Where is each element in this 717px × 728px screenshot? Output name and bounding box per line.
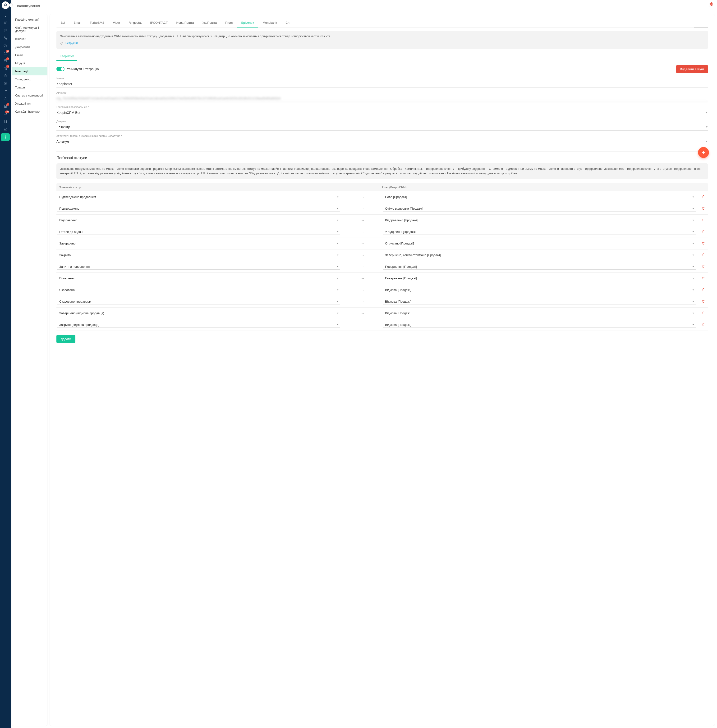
internal-stage-select[interactable]: Отримано [Продажі]▼ [383,241,696,246]
rail-folder-icon[interactable] [0,87,11,95]
chevron-down-icon: ▼ [337,196,339,198]
rail-monitor-icon[interactable] [0,11,11,19]
sidebar-item[interactable]: Типи даних [12,75,47,84]
rail-chat-icon[interactable] [0,27,11,34]
delete-row-button[interactable] [699,286,708,294]
delete-row-button[interactable] [699,298,708,306]
rail-phone-icon[interactable] [0,34,11,42]
external-status-select[interactable]: Скасовано▼ [57,287,340,293]
fab-add-button[interactable]: + [698,147,709,158]
internal-stage-select[interactable]: Відмова [Продажі]▼ [383,287,696,293]
tab-item[interactable]: IPCONTACT [146,18,172,27]
sidebar-item[interactable]: Модулі [12,59,47,67]
tab-item[interactable]: УкрПошта [198,18,221,27]
tab-item[interactable]: Всі [56,18,69,27]
sidebar-item[interactable]: Фінанси [12,35,47,43]
tab-item[interactable]: Viber [108,18,124,27]
internal-stage-select[interactable]: Повернення [Продажі]▼ [383,276,696,281]
sidebar-item[interactable]: Управління [12,99,47,108]
tab-item[interactable]: Email [69,18,85,27]
bind-field: Зв'язувати товари в угоди з Прайс-листа … [56,134,708,145]
tab-item[interactable]: Monobank [258,18,281,27]
internal-stage-select[interactable]: Нове [Продажі]▼ [383,194,696,200]
internal-stage-select[interactable]: Повернення [Продажі]▼ [383,264,696,270]
sidebar-item[interactable]: Філії, користувачі і доступи [12,24,47,35]
sidebar-item[interactable]: Профіль компанії [12,16,47,24]
sidebar-item[interactable]: Служба підтримки [12,108,47,116]
external-status-select[interactable]: Завершено▼ [57,241,340,246]
internal-stage-select[interactable]: Відмова [Продажі]▼ [383,322,696,328]
app-logo [2,2,9,9]
name-input[interactable] [56,81,708,87]
source-select[interactable]: Епіцентр ▼ [56,124,708,131]
enable-integration-toggle[interactable] [56,67,64,71]
api-key-value[interactable]: mg_7bc0ef89a243deb97141dec81ee02aad1217e… [56,95,708,102]
status-row: Підтверджено▼→Очікує відправки [Продажі]… [56,203,708,215]
delete-row-button[interactable] [699,309,708,317]
external-status-select[interactable]: Завершено (відмова продавця)▼ [57,310,340,316]
sidebar-item[interactable]: Інтеграції [12,67,47,75]
internal-stage-select[interactable]: Відмова [Продажі]▼ [383,310,696,316]
internal-stage-select[interactable]: Завершено, кошти отримано [Продажі]▼ [383,252,696,258]
rail-cart-icon[interactable]: 10 [0,64,11,72]
internal-stage-select[interactable]: У відділенні [Продажі]▼ [383,229,696,235]
rail-users-icon[interactable] [0,19,11,27]
external-status-select[interactable]: Закрито▼ [57,252,340,258]
external-status-select[interactable]: Скасовано продавцем▼ [57,299,340,304]
bind-select[interactable]: Артикул ▼ [56,138,708,145]
delete-row-button[interactable] [699,274,708,282]
rail-document-icon[interactable] [0,118,11,125]
responsible-select[interactable]: KeepinCRM Bot ▼ [56,109,708,116]
tab-item[interactable]: Prom [221,18,237,27]
external-status-select[interactable]: Підтверджено продавцем▼ [57,194,340,200]
delete-row-button[interactable] [699,240,708,247]
rail-inbox-icon[interactable]: 124 [0,110,11,118]
internal-stage-select[interactable]: Відмова [Продажі]▼ [383,299,696,304]
source-field: Джерело Епіцентр ▼ [56,120,708,131]
rail-cashreg-icon[interactable] [0,72,11,80]
external-status-select[interactable]: Підтверджено▼ [57,206,340,212]
rail-warehouse-icon[interactable] [0,95,11,102]
rail-mail-icon[interactable]: 38 [0,49,11,57]
delete-row-button[interactable] [699,263,708,271]
external-status-select[interactable]: Відправлено▼ [57,217,340,223]
delete-row-button[interactable] [699,216,708,224]
account-subtab[interactable]: Keepinster [56,52,77,61]
chevron-down-icon: ▼ [337,231,339,233]
delete-account-button[interactable]: Видалити акаунт [676,65,708,73]
tab-item[interactable]: Ch [281,18,294,27]
expand-rail-button[interactable]: › [9,3,13,7]
rail-badge: 10 [6,65,9,68]
rail-edit-icon[interactable]: 10 [0,57,11,64]
rail-chart-icon[interactable] [0,125,11,133]
delete-row-button[interactable] [699,251,708,259]
instruction-link[interactable]: Інструкція [60,41,704,46]
delete-row-button[interactable] [699,321,708,329]
arrow-icon: → [343,275,382,282]
sidebar-item[interactable]: Товари [12,84,47,92]
external-status-select[interactable]: Запит на повернення▼ [57,264,340,270]
notifications-button[interactable]: 13 [708,3,712,8]
external-status-select[interactable]: Закрито (відмова продавця)▼ [57,322,340,328]
rail-pos-icon[interactable]: 1 [0,102,11,110]
rail-clock-icon[interactable] [0,80,11,87]
status-row: Завершено (відмова продавця)▼→Відмова [П… [56,308,708,319]
external-status-select[interactable]: Повернено▼ [57,276,340,281]
tab-item[interactable]: Ringostat [124,18,146,27]
sidebar-item[interactable]: Email [12,51,47,59]
internal-stage-select[interactable]: Очікує відправки [Продажі]▼ [383,206,696,212]
delete-row-button[interactable] [699,193,708,201]
svg-point-19 [5,137,6,137]
rail-truck-icon[interactable] [0,42,11,49]
internal-stage-select[interactable]: Відправлено [Продажі]▼ [383,217,696,223]
tab-item[interactable]: Epicentrk [237,18,258,27]
sidebar-item[interactable]: Система лояльності [12,92,47,99]
tab-item[interactable]: Нова Пошта [172,18,198,27]
delete-row-button[interactable] [699,228,708,236]
tab-item[interactable]: TurboSMS [85,18,109,27]
external-status-select[interactable]: Готове до видачі▼ [57,229,340,235]
rail-settings-icon[interactable] [1,133,10,141]
sidebar-item[interactable]: Документи [12,43,47,51]
delete-row-button[interactable] [699,205,708,213]
add-status-button[interactable]: Додати [56,335,75,343]
